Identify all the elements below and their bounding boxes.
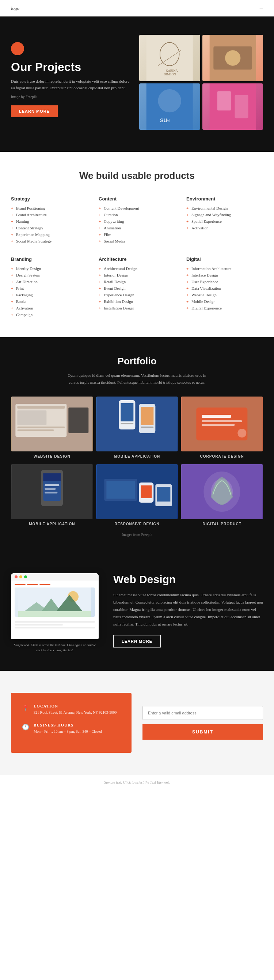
- hero-image-1: KARINA DIMSON: [139, 35, 200, 81]
- card4-svg: [203, 83, 263, 130]
- list-item: Film: [99, 232, 175, 237]
- portfolio-item-5[interactable]: RESPONSIVE DESIGN: [96, 464, 178, 529]
- hero-image-4: [203, 83, 263, 130]
- contact-hours: 🕐 BUSINESS HOURS Mon – Fri … 10 am – 8 p…: [22, 723, 120, 735]
- list-item: Activation: [11, 306, 88, 310]
- svg-rect-38: [43, 473, 61, 480]
- list-item: Retail Design: [99, 280, 175, 284]
- dot-yellow: [19, 576, 22, 578]
- list-item: Architectural Design: [99, 266, 175, 271]
- list-item: Environmental Design: [186, 206, 263, 210]
- services-grid: Strategy Brand Positioning Brand Archite…: [11, 196, 263, 319]
- dot-red: [14, 576, 17, 578]
- list-item: Interface Design: [186, 273, 263, 277]
- mockup-caption: Sample text. Click to select the text bo…: [11, 643, 99, 652]
- service-environment-list: Environmental Design Signage and Wayfind…: [186, 206, 263, 230]
- submit-button[interactable]: SUBMIT: [143, 724, 263, 740]
- list-item: Print: [11, 286, 88, 290]
- svg-rect-22: [97, 396, 177, 452]
- portfolio-label-2: MOBILE APPLICATION: [96, 452, 178, 461]
- webdesign-inner: Sample text. Click to select the text bo…: [11, 573, 263, 652]
- list-item: Copywriting: [99, 219, 175, 224]
- list-item: Content Development: [99, 206, 175, 210]
- list-item: Event Design: [99, 286, 175, 290]
- portfolio-label-5: RESPONSIVE DESIGN: [96, 519, 178, 529]
- hero-circle-decoration: [11, 42, 24, 55]
- card3-svg: SU M: [139, 83, 200, 130]
- service-branding-heading: Branding: [11, 256, 88, 262]
- mockup-frame: [11, 573, 99, 639]
- hero-description: Duis aute irure dolor in reprehenderit i…: [11, 78, 132, 91]
- portfolio-image-3: [181, 396, 263, 452]
- list-item: Naming: [11, 219, 88, 224]
- digital-product-svg: [181, 464, 263, 519]
- portfolio-image-2: [96, 396, 178, 452]
- contact-location-label: LOCATION: [33, 704, 117, 708]
- contact-location: 📍 LOCATION 321 Rock Street, 51 Avenue, N…: [22, 704, 120, 716]
- svg-rect-39: [44, 484, 59, 486]
- hero-content: Our Projects Duis aute irure dolor in re…: [11, 35, 132, 117]
- svg-rect-40: [44, 488, 55, 490]
- mockup-line-2: [14, 624, 63, 625]
- list-item: Spatial Experience: [186, 219, 263, 224]
- portfolio-label-4: MOBILE APPLICATION: [11, 519, 93, 529]
- contact-hours-label: BUSINESS HOURS: [33, 723, 101, 727]
- hero-learn-more-button[interactable]: LEARN MORE: [11, 105, 58, 117]
- contact-info-box: 📍 LOCATION 321 Rock Street, 51 Avenue, N…: [11, 693, 131, 753]
- svg-rect-46: [141, 485, 152, 498]
- list-item: Signage and Wayfinding: [186, 213, 263, 217]
- webdesign-mockup: Sample text. Click to select the text bo…: [11, 573, 99, 652]
- list-item: Data Visualization: [186, 286, 263, 290]
- service-content-list: Content Development Curation Copywriting…: [99, 206, 175, 243]
- service-digital-list: Information Architecture Interface Desig…: [186, 266, 263, 310]
- portfolio-credit: Images from Freepik: [11, 533, 263, 537]
- card2-svg: [203, 35, 263, 81]
- list-item: Exhibition Design: [99, 299, 175, 304]
- contact-location-value: 321 Rock Street, 51 Avenue, New York, NY…: [33, 710, 117, 716]
- list-item: Brand Architecture: [11, 213, 88, 217]
- portfolio-image-6: [181, 464, 263, 519]
- menu-icon[interactable]: ≡: [260, 5, 263, 12]
- list-item: Art Direction: [11, 280, 88, 284]
- hero-images: KARINA DIMSON: [139, 35, 263, 130]
- service-branding-list: Identity Design Design System Art Direct…: [11, 266, 88, 317]
- svg-point-7: [225, 50, 241, 65]
- portfolio-item-1[interactable]: WEBSITE DESIGN: [11, 396, 93, 461]
- portfolio-image-4: [11, 464, 93, 519]
- list-item: Mobile Design: [186, 299, 263, 304]
- header: logo ≡: [0, 0, 274, 16]
- webdesign-text: Sit amet massa vitae tortor condimentum …: [113, 592, 263, 628]
- webdesign-content: Web Design Sit amet massa vitae tortor c…: [113, 573, 263, 648]
- portfolio-item-4[interactable]: MOBILE APPLICATION: [11, 464, 93, 529]
- portfolio-item-2[interactable]: MOBILE APPLICATION: [96, 396, 178, 461]
- location-icon: 📍: [22, 705, 29, 711]
- portfolio-item-3[interactable]: CORPORATE DESIGN: [181, 396, 263, 461]
- mobile-app-svg: [96, 396, 178, 452]
- corporate-design-svg: [181, 396, 263, 452]
- list-item: Interior Design: [99, 273, 175, 277]
- list-item: Campaign: [11, 312, 88, 317]
- service-environment-heading: Environment: [186, 196, 263, 202]
- list-item: Content Strategy: [11, 226, 88, 230]
- svg-rect-17: [17, 406, 65, 409]
- portfolio-section: Portfolio Quam quisque id diam vel quam …: [0, 337, 274, 555]
- svg-rect-13: [217, 91, 231, 110]
- portfolio-item-6[interactable]: DIGITAL PRODUCT: [181, 464, 263, 529]
- list-item: Identity Design: [11, 266, 88, 271]
- service-environment: Environment Environmental Design Signage…: [186, 196, 263, 245]
- contact-hours-value: Mon – Fri … 10 am – 8 pm, Sat: 340 – Clo…: [33, 729, 101, 735]
- portfolio-image-5: [96, 464, 178, 519]
- email-input[interactable]: [143, 706, 263, 720]
- svg-rect-21: [68, 407, 89, 433]
- list-item: Social Media Strategy: [11, 239, 88, 243]
- contact-inner: 📍 LOCATION 321 Rock Street, 51 Avenue, N…: [11, 693, 263, 753]
- hero-image-grid: KARINA DIMSON: [139, 35, 263, 130]
- mockup-nav: [14, 584, 95, 585]
- svg-text:KARINA: KARINA: [166, 69, 178, 72]
- svg-point-9: [158, 89, 182, 113]
- webdesign-learn-more-button[interactable]: LEARN MORE: [113, 635, 161, 648]
- portfolio-description: Quam quisque id diam vel quam elementum.…: [68, 372, 206, 385]
- mockup-line-1: [14, 621, 95, 623]
- logo: logo: [11, 5, 19, 11]
- svg-rect-48: [157, 487, 170, 501]
